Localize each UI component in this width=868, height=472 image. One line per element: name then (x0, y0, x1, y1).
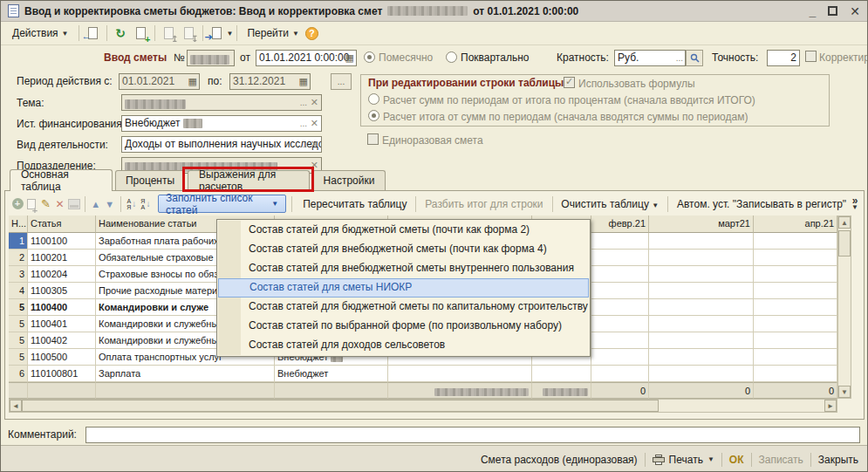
precision-field[interactable]: 2 (767, 50, 800, 66)
col-article[interactable]: Статья (28, 215, 96, 233)
sort-asc-icon[interactable]: АЯ↓ (125, 196, 139, 212)
scroll-right-icon[interactable]: ► (824, 400, 837, 412)
vid-label: Вид деятельности: (17, 139, 108, 151)
horizontal-scrollbar[interactable]: ◄ ► (9, 399, 837, 413)
footer-bar: Смета расходов (единоразовая) Печать ▼ О… (1, 445, 867, 472)
multiplicity-search-button[interactable] (686, 50, 703, 66)
redacted-title-value (387, 6, 468, 16)
correction-checkbox[interactable] (805, 51, 817, 62)
maximize-button[interactable] (828, 6, 837, 16)
refresh-icon[interactable]: ↻ (113, 26, 128, 41)
output-chevron-icon[interactable]: ▼ (227, 30, 234, 38)
calendar-icon: ▦ (188, 75, 197, 88)
ellipsis-icon[interactable]: ... (300, 117, 307, 130)
clear-table-button[interactable]: Очистить таблицу ▼ (556, 196, 664, 212)
clear-icon[interactable]: ✕ (311, 138, 318, 151)
smeta-label: Ввод сметы (104, 51, 167, 64)
split-total-button: Разбить итог для строки (420, 196, 548, 212)
comment-input[interactable] (85, 427, 860, 443)
sort-desc-icon[interactable]: ЯА↓ (139, 196, 153, 212)
horizontal-scroll-thumb[interactable] (22, 400, 659, 412)
menu-item[interactable]: Состав статей для бюджетной сметы по кап… (218, 298, 589, 317)
close-form-button[interactable]: Закрыть (818, 454, 858, 466)
table-row[interactable]: 6110100801Зарплата Внебюджет (9, 366, 837, 382)
multiplicity-field[interactable]: Руб. ... (614, 50, 686, 66)
move-up-icon[interactable]: ▲ (89, 196, 103, 212)
quarterly-radio[interactable] (446, 51, 457, 63)
period-to-field[interactable]: 31.12.2021▦ (229, 73, 311, 90)
fill-articles-button[interactable]: Заполнить список статей▼ (158, 195, 286, 213)
ellipsis-icon[interactable]: ... (300, 138, 307, 151)
menu-item[interactable]: Состав статей для внебюджетной сметы вну… (218, 259, 589, 278)
ok-button[interactable]: ОК (729, 454, 744, 466)
precision-label: Точность: (712, 51, 758, 64)
calc-from-periods-radio[interactable] (368, 110, 379, 121)
printer-icon (653, 455, 665, 465)
period-ellipsis-button[interactable]: ... (331, 73, 352, 90)
col-feb[interactable]: февр.21 (591, 215, 649, 233)
add-row-icon[interactable]: + (10, 196, 24, 212)
menu-item[interactable]: Состав статей для доходов сельсоветов (218, 336, 589, 355)
date-field[interactable]: 01.01.2021 0:00:00 ▦ (256, 50, 357, 66)
tab-main-table[interactable]: Основная таблица (10, 169, 113, 191)
totals-icon (67, 196, 81, 212)
main-toolbar: Действия▼ ← ↻ + ↥ ↧ ➔ ▼ Перейти▼ ? (1, 22, 867, 45)
period-from-field[interactable]: 01.01.2021▦ (119, 73, 200, 90)
auto-register-button[interactable]: Автом. уст. "Записывать в регистр" (672, 196, 851, 212)
vertical-scroll-thumb[interactable] (838, 230, 851, 257)
unpost-icon: ↧ (181, 26, 196, 41)
redacted-total (434, 388, 529, 396)
scroll-down-icon[interactable]: ▼ (838, 386, 851, 398)
one-time-label: Единоразовая смета (382, 134, 483, 147)
delete-row-icon[interactable]: ✕ (52, 196, 66, 212)
magnifier-icon (690, 53, 700, 63)
close-button[interactable]: ✕ (850, 5, 860, 17)
edit-row-icon[interactable]: ✎ (38, 196, 52, 212)
recalc-button[interactable]: Пересчитать таблицу (297, 196, 412, 212)
go-to-button[interactable]: Перейти▼ (241, 24, 304, 42)
smeta-number-field[interactable] (187, 50, 235, 66)
ellipsis-icon[interactable]: ... (676, 51, 683, 65)
tab-expressions[interactable]: Выражения для расчетов (188, 170, 310, 190)
menu-item[interactable]: Состав статей для бюджетной сметы (почти… (218, 221, 589, 240)
app-window: Ввод и корректировка сметы бюджетов: Вво… (0, 0, 868, 472)
vid-field[interactable]: Доходы от выполнения научных исследовани… (121, 136, 322, 153)
scroll-left-icon[interactable]: ◄ (10, 400, 22, 412)
menu-item[interactable]: Состав статей для внебюджетной сметы (по… (218, 240, 589, 259)
menu-item-highlighted[interactable]: Состав статей для сметы НИОКР (218, 278, 589, 298)
actions-button[interactable]: Действия▼ (6, 24, 75, 42)
edit-group-title: При редактировании строки таблицы: (368, 77, 567, 89)
use-formulas-label: Использовать формулы (578, 78, 695, 90)
col-mar[interactable]: март21 (649, 215, 754, 233)
output-icon[interactable]: ➔ (209, 26, 224, 41)
toolbar-overflow-button[interactable]: »▼ (851, 197, 858, 211)
redacted-total (543, 388, 588, 396)
minimize-button[interactable]: _ (809, 5, 816, 17)
tema-field[interactable]: ... ✕ (121, 94, 322, 111)
vertical-scrollbar[interactable]: ▲ ▼ (837, 215, 851, 399)
clear-icon[interactable]: ✕ (311, 96, 318, 109)
status-text: Смета расходов (единоразовая) (481, 454, 638, 466)
move-down-icon[interactable]: ▼ (103, 196, 117, 212)
calendar-icon: ▦ (299, 75, 308, 88)
ist-fin-field[interactable]: Внебюджет ... ✕ (121, 115, 322, 132)
one-time-checkbox[interactable] (367, 133, 379, 145)
copy-new-icon[interactable]: + (133, 26, 148, 41)
total-apr: 0 (754, 382, 837, 399)
calc-by-percent-radio[interactable] (368, 93, 379, 105)
tab-settings[interactable]: Настройки (312, 170, 386, 190)
tab-percents[interactable]: Проценты (115, 170, 185, 190)
reread-icon[interactable]: ← (85, 26, 100, 41)
help-icon[interactable]: ? (305, 27, 318, 40)
monthly-radio[interactable] (364, 51, 375, 63)
use-formulas-checkbox[interactable] (564, 77, 575, 88)
scroll-up-icon[interactable]: ▲ (838, 216, 851, 229)
clear-icon[interactable]: ✕ (311, 117, 318, 130)
col-apr[interactable]: апр.21 (754, 215, 837, 233)
calendar-icon[interactable]: ▦ (345, 51, 354, 65)
save-button: Записать (759, 454, 803, 466)
print-button[interactable]: Печать ▼ (653, 454, 714, 466)
col-num[interactable]: Н... (9, 215, 28, 233)
ellipsis-icon[interactable]: ... (300, 96, 307, 109)
menu-item[interactable]: Состав статей по выбранной форме (по про… (218, 317, 589, 336)
